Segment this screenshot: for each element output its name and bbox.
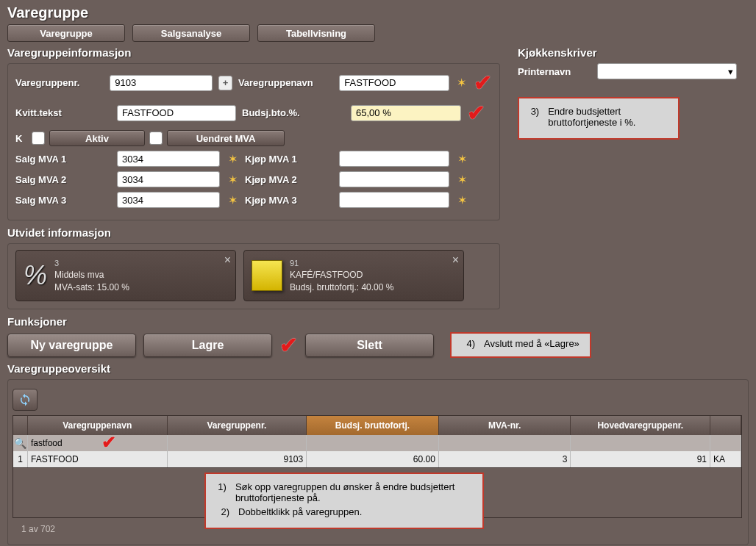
uendret-button[interactable]: Uendret MVA [167,130,285,146]
cube-icon [252,260,282,291]
annotation-4: 4)Avslutt med å «Lagre» [450,332,591,358]
close-icon[interactable]: × [452,254,459,267]
info-panel: Varegruppenr. + Varegruppenavn ✶ ✔ Kvitt… [7,63,500,220]
label-salg3: Salg MVA 3 [15,195,111,206]
star-icon: ✶ [455,152,468,165]
cell-extra: KA [710,451,741,467]
label-salg2: Salg MVA 2 [15,174,111,185]
salg3-input[interactable] [117,192,220,208]
annotation-3: 3)Endre budsjettert bruttofortjeneste i … [518,97,680,140]
star-icon: ✶ [455,173,468,186]
kjop1-input[interactable] [339,151,449,167]
refresh-button[interactable] [13,389,38,411]
col-navn[interactable]: Varegruppenavn [28,416,168,435]
search-value[interactable]: fastfood [31,438,63,448]
tab-row: Varegruppe Salgsanalyse Tabellvisning [7,24,749,42]
label-k: K [15,133,27,144]
cell-mva: 3 [439,451,571,467]
percent-icon: % [24,260,47,291]
label-kjop2: Kjøp MVA 2 [245,174,333,185]
tab-salgsanalyse[interactable]: Salgsanalyse [132,24,250,42]
grid-search-row: 🔍 fastfood ✔ [13,435,741,451]
tab-varegruppe[interactable]: Varegruppe [7,24,125,42]
checkmark-icon: ✔ [101,432,116,453]
kvitttekst-input[interactable] [117,105,236,121]
label-budsj: Budsj.bto.%. [242,107,345,118]
col-mva[interactable]: MVA-nr. [439,416,571,435]
printernavn-dropdown[interactable]: ▾ [597,63,737,79]
col-nr[interactable]: Varegruppenr. [168,416,307,435]
card1-name: Middels mva [54,269,129,281]
aktiv-button[interactable]: Aktiv [49,130,145,146]
cell-nr: 9103 [168,451,307,467]
label-varegruppenr: Varegruppenr. [15,77,104,88]
card2-name: KAFÉ/FASTFOOD [290,269,393,281]
delete-button[interactable]: Slett [305,334,434,357]
funksjoner-heading: Funksjoner [7,315,749,328]
checkmark-icon: ✔ [474,70,492,96]
chevron-down-icon: ▾ [728,66,733,77]
checkmark-icon: ✔ [279,332,298,358]
printer-heading: Kjøkkenskriver [518,46,738,59]
utvidet-panel: × % 3 Middels mva MVA-sats: 15.00 % × 91 [7,243,500,309]
star-icon: ✶ [226,152,239,165]
hovedgruppe-card[interactable]: × 91 KAFÉ/FASTFOOD Budsj. bruttofortj.: … [243,250,464,301]
label-kvitttekst: Kvitt.tekst [15,107,111,118]
label-salg1: Salg MVA 1 [15,154,111,165]
kjop2-input[interactable] [339,171,449,187]
card1-rate: MVA-sats: 15.00 % [54,281,129,294]
label-printernavn: Printernavn [518,66,591,77]
cell-navn: FASTFOOD [28,451,168,467]
oversikt-heading: Varegruppeoversikt [7,362,749,375]
new-varegruppe-button[interactable]: Ny varegruppe [7,334,136,357]
add-varegruppenr-button[interactable]: + [218,76,232,90]
checkmark-icon: ✔ [467,100,485,126]
star-icon: ✶ [226,173,239,186]
star-icon: ✶ [455,193,468,206]
budsj-input[interactable] [351,105,461,121]
card2-rate: Budsj. bruttofortj.: 40.00 % [290,281,393,294]
search-icon: 🔍 [14,437,26,449]
cell-budsj: 60.00 [307,451,439,467]
label-kjop1: Kjøp MVA 1 [245,154,333,165]
close-icon[interactable]: × [224,254,231,267]
info-heading: Varegruppeinformasjon [7,46,500,59]
uendret-checkbox[interactable] [149,132,163,145]
varegruppenr-input[interactable] [110,75,213,91]
col-hoved[interactable]: Hovedvaregruppenr. [571,416,710,435]
annotation-12: 1)Søk opp varegruppen du ønsker å endre … [204,473,484,529]
grid: Varegruppenavn Varegruppenr. Budsj. brut… [13,415,742,518]
table-row[interactable]: 1 FASTFOOD 9103 60.00 3 91 KA [13,451,741,467]
salg2-input[interactable] [117,171,220,187]
grid-header: Varegruppenavn Varegruppenr. Budsj. brut… [13,416,741,435]
mva-card[interactable]: × % 3 Middels mva MVA-sats: 15.00 % [15,250,236,301]
row-index: 1 [13,451,28,467]
card1-id: 3 [54,258,129,269]
label-varegruppenavn: Varegruppenavn [238,77,333,88]
kjop3-input[interactable] [339,192,449,208]
label-kjop3: Kjøp MVA 3 [245,195,333,206]
col-budsj[interactable]: Budsj. bruttofortj. [307,416,439,435]
card2-id: 91 [290,258,393,269]
star-icon: ✶ [226,193,239,206]
aktiv-checkbox[interactable] [32,132,45,145]
tab-tabellvisning[interactable]: Tabellvisning [257,24,375,42]
star-icon: ✶ [455,76,468,90]
cell-hoved: 91 [571,451,710,467]
utvidet-heading: Utvidet informasjon [7,226,500,239]
oversikt-panel: Varegruppenavn Varegruppenr. Budsj. brut… [7,379,749,545]
salg1-input[interactable] [117,151,220,167]
page-title: Varegruppe [7,4,749,21]
save-button[interactable]: Lagre [143,334,272,357]
varegruppenavn-input[interactable] [339,75,449,91]
